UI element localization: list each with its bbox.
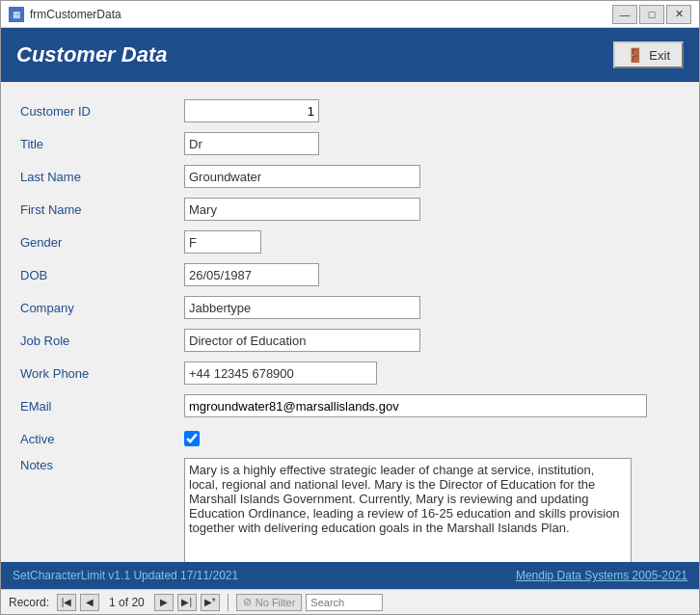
record-of: of [119,596,131,609]
dob-row: DOB [20,261,680,288]
company-input[interactable] [184,296,420,319]
active-label: Active [20,432,184,446]
last-name-label: Last Name [20,170,184,184]
last-name-row: Last Name [20,163,680,190]
app-title: Customer Data [16,42,167,67]
record-total: 20 [131,596,144,609]
active-checkbox[interactable] [184,431,200,446]
job-role-label: Job Role [20,334,184,348]
nav-next-button[interactable]: ▶ [154,594,174,611]
filter-icon: ⊘ [243,596,252,608]
nav-separator [228,594,229,611]
first-name-label: First Name [20,202,184,217]
active-checkbox-wrapper [184,431,200,446]
company-row: Company [20,294,680,321]
window-title: frmCustomerData [30,8,121,21]
title-row: Title [20,130,680,157]
email-row: EMail [20,392,680,419]
exit-button[interactable]: 🚪 Exit [613,41,684,68]
job-role-row: Job Role [20,327,680,354]
maximize-button[interactable]: □ [639,5,664,24]
customer-id-input[interactable] [184,99,319,122]
no-filter-label: No Filter [256,597,296,608]
email-input[interactable] [184,394,647,417]
title-bar-left: ▦ frmCustomerData [9,7,121,22]
email-label: EMail [20,399,184,414]
nav-prev-button[interactable]: ◀ [80,594,99,611]
title-input[interactable] [184,132,319,155]
exit-label: Exit [649,48,670,63]
customer-id-label: Customer ID [20,104,184,119]
app-icon: ▦ [9,7,24,22]
work-phone-row: Work Phone [20,360,680,387]
nav-last-button[interactable]: ▶| [177,594,197,611]
search-input[interactable] [306,594,383,611]
dob-input[interactable] [184,263,319,286]
gender-label: Gender [20,235,184,250]
gender-input[interactable] [184,230,261,254]
dob-label: DOB [20,268,184,282]
job-role-input[interactable] [184,329,420,352]
status-bar-right-text: Mendip Data Systems 2005-2021 [516,569,687,582]
status-bar: SetCharacterLimit v1.1 Updated 17/11/202… [1,562,699,589]
title-label: Title [20,137,184,151]
nav-first-button[interactable]: |◀ [57,594,76,611]
work-phone-input[interactable] [184,361,377,385]
first-name-row: First Name [20,196,680,223]
record-label: Record: [9,596,49,609]
notes-row: Notes [20,458,680,562]
close-button[interactable]: ✕ [666,5,691,24]
record-current: 1 [109,596,116,609]
gender-row: Gender [20,228,680,255]
customer-id-row: Customer ID [20,97,680,124]
form-area: Customer ID Title Last Name First Name G… [1,82,699,562]
header-bar: Customer Data 🚪 Exit [1,28,699,82]
first-name-input[interactable] [184,198,420,221]
no-filter-button[interactable]: ⊘ No Filter [236,594,303,611]
title-bar: ▦ frmCustomerData — □ ✕ [1,1,699,28]
company-label: Company [20,301,184,315]
last-name-input[interactable] [184,165,420,188]
work-phone-label: Work Phone [20,366,184,381]
record-info: 1 of 20 [109,596,145,609]
exit-icon: 🚪 [627,47,643,63]
active-row: Active [20,425,680,452]
notes-label: Notes [20,458,184,472]
nav-new-button[interactable]: ▶* [201,594,220,611]
main-window: ▦ frmCustomerData — □ ✕ Customer Data 🚪 … [0,0,700,615]
notes-container [184,458,647,562]
nav-bar: Record: |◀ ◀ 1 of 20 ▶ ▶| ▶* ⊘ No Filter [1,589,699,614]
notes-textarea[interactable] [184,458,632,562]
status-bar-left-text: SetCharacterLimit v1.1 Updated 17/11/202… [13,569,238,582]
minimize-button[interactable]: — [612,5,637,24]
title-bar-controls: — □ ✕ [612,5,691,24]
